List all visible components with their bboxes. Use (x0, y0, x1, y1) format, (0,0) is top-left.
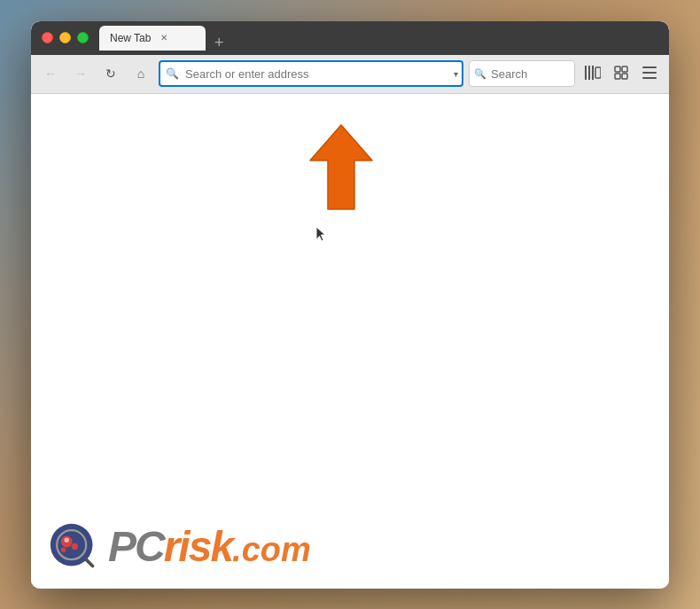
pc-text: PC (108, 522, 164, 571)
refresh-button[interactable]: ↻ (98, 61, 123, 86)
tabs-icon (614, 66, 628, 82)
svg-line-13 (86, 559, 92, 566)
active-tab[interactable]: New Tab ✕ (99, 26, 206, 51)
close-button[interactable] (42, 32, 53, 43)
forward-button[interactable]: → (68, 61, 93, 86)
svg-rect-2 (592, 66, 594, 80)
svg-point-16 (72, 543, 78, 549)
mouse-cursor (315, 225, 325, 241)
back-button[interactable]: ← (38, 61, 63, 86)
tab-label: New Tab (110, 32, 151, 44)
svg-rect-1 (588, 66, 590, 80)
maximize-button[interactable] (77, 32, 89, 43)
svg-rect-4 (615, 66, 620, 72)
refresh-icon: ↻ (105, 66, 116, 81)
svg-point-15 (64, 537, 69, 543)
page-content: PC risk .com (31, 94, 669, 589)
dropdown-icon[interactable]: ▾ (454, 69, 458, 79)
svg-rect-9 (642, 72, 657, 74)
home-icon: ⌂ (137, 66, 144, 81)
svg-rect-8 (642, 66, 657, 68)
svg-point-17 (61, 547, 66, 552)
browser-window: New Tab ✕ + ← → ↻ ⌂ 🔍 ▾ 🔍 (31, 21, 669, 589)
address-bar-container: 🔍 ▾ (159, 60, 463, 87)
watermark: PC risk .com (49, 522, 311, 571)
dotcom-text: .com (232, 531, 311, 569)
arrow-indicator (297, 112, 403, 222)
new-tab-button[interactable]: + (211, 35, 228, 51)
search-bar-container: 🔍 (469, 60, 575, 87)
search-input[interactable] (469, 60, 575, 87)
address-input[interactable] (159, 60, 463, 87)
svg-rect-3 (595, 67, 601, 78)
library-icon (585, 66, 601, 82)
pcrisk-text: PC risk .com (108, 522, 311, 571)
svg-rect-0 (585, 66, 587, 80)
forward-icon: → (74, 66, 87, 81)
toolbar: ← → ↻ ⌂ 🔍 ▾ 🔍 (31, 55, 669, 94)
tabs-button[interactable] (609, 61, 634, 86)
svg-rect-7 (622, 74, 627, 79)
back-icon: ← (44, 66, 57, 81)
svg-rect-6 (615, 74, 620, 79)
library-button[interactable] (580, 61, 605, 86)
svg-marker-11 (310, 125, 372, 209)
menu-button[interactable] (637, 61, 662, 86)
title-bar: New Tab ✕ + (31, 21, 669, 55)
svg-rect-5 (622, 66, 627, 72)
traffic-lights (42, 32, 89, 43)
home-button[interactable]: ⌂ (128, 61, 153, 86)
pcrisk-logo-icon (49, 522, 97, 571)
toolbar-right (580, 61, 662, 86)
menu-icon (642, 66, 657, 82)
svg-rect-10 (642, 77, 657, 79)
tab-area: New Tab ✕ + (99, 26, 658, 51)
tab-close-button[interactable]: ✕ (158, 32, 170, 44)
risk-text: risk (164, 522, 232, 571)
minimize-button[interactable] (59, 32, 71, 43)
